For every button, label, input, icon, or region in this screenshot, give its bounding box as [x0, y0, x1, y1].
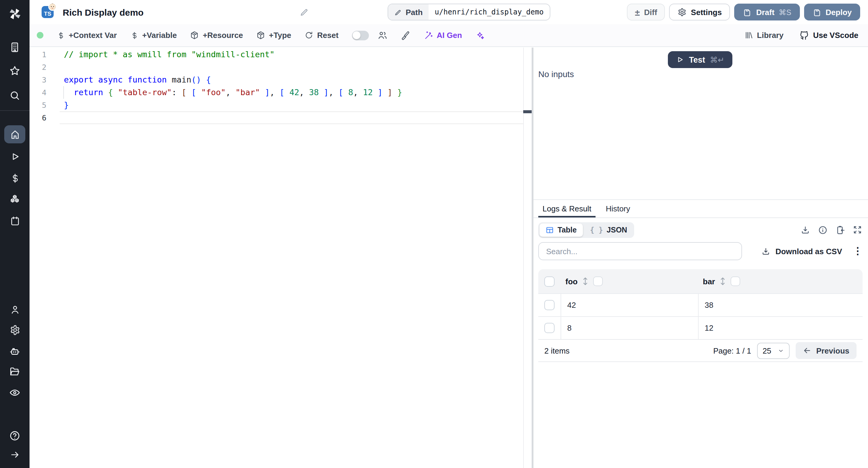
- help-icon[interactable]: [0, 430, 30, 441]
- path-edit-button[interactable]: Path: [388, 4, 429, 20]
- collaboration-users-icon[interactable]: [377, 30, 387, 40]
- sidebar-item-schedules-calendar-icon[interactable]: [0, 215, 30, 227]
- info-icon[interactable]: [818, 225, 828, 235]
- ai-gen-button[interactable]: AI Gen: [424, 30, 462, 40]
- line-number[interactable]: 4: [30, 86, 46, 99]
- sidebar-item-variables-dollar-icon[interactable]: [0, 173, 30, 184]
- search-input[interactable]: [538, 242, 742, 260]
- format-brush-icon[interactable]: [401, 30, 410, 40]
- right-panel: Test ⌘↵ No inputs Logs & Result History …: [533, 47, 868, 468]
- row-checkbox[interactable]: [544, 323, 555, 333]
- code-editor[interactable]: 1// import * as wmill from "windmill-cli…: [30, 47, 532, 468]
- line-number[interactable]: 3: [30, 73, 46, 86]
- refresh-icon: [304, 31, 313, 40]
- github-icon: [799, 30, 809, 40]
- column-toggle-checkbox[interactable]: [731, 276, 740, 286]
- column-header-bar[interactable]: bar: [698, 276, 863, 286]
- code-line[interactable]: [64, 61, 520, 73]
- favorites-star-icon[interactable]: [0, 65, 30, 76]
- result-table: foo bar 4238812 2 items Page: 1 / 1 25: [538, 269, 863, 362]
- draft-shortcut: ⌘S: [779, 7, 792, 16]
- save-icon: [812, 7, 821, 16]
- workspace-building-icon[interactable]: [0, 41, 30, 53]
- search-icon[interactable]: [0, 90, 30, 101]
- line-number[interactable]: 5: [30, 99, 46, 111]
- code-line[interactable]: [64, 111, 520, 124]
- column-label: bar: [703, 277, 715, 286]
- table-icon: [546, 226, 554, 234]
- table-cell: 8: [561, 317, 698, 339]
- previous-page-button[interactable]: Previous: [796, 342, 857, 359]
- edit-title-pencil-icon[interactable]: [300, 7, 309, 17]
- more-options-kebab-icon[interactable]: ⋮: [853, 246, 863, 256]
- play-icon: [676, 56, 684, 64]
- row-checkbox-cell: [538, 317, 561, 339]
- windmill-logo[interactable]: [0, 6, 30, 22]
- add-context-var-button[interactable]: +Context Var: [57, 31, 117, 40]
- clipboard-copy-icon[interactable]: [835, 225, 845, 235]
- view-table-button[interactable]: Table: [539, 224, 583, 237]
- line-number[interactable]: 1: [30, 48, 46, 61]
- baby-emoji-badge: [48, 2, 57, 11]
- settings-button[interactable]: Settings: [669, 4, 730, 21]
- select-all-checkbox[interactable]: [544, 276, 555, 287]
- library-button[interactable]: Library: [744, 31, 784, 40]
- page-title: Rich Display demo: [63, 0, 144, 24]
- code-line[interactable]: return { "table-row": [ [ "foo", "bar" ]…: [64, 86, 520, 99]
- page-indicator: Page: 1 / 1: [713, 346, 751, 355]
- arrow-left-icon: [803, 346, 811, 355]
- tab-history[interactable]: History: [601, 200, 634, 218]
- row-checkbox[interactable]: [544, 300, 555, 310]
- view-json-button[interactable]: { } JSON: [584, 224, 633, 237]
- line-number[interactable]: 6: [30, 111, 46, 124]
- draft-button[interactable]: Draft ⌘S: [735, 4, 800, 21]
- table-cell: 38: [698, 294, 863, 316]
- table-header: foo bar: [538, 269, 863, 293]
- view-toggle: Table { } JSON: [538, 222, 634, 238]
- sidebar-item-runs-play-icon[interactable]: [0, 151, 30, 162]
- sidebar-item-users-user-icon[interactable]: [0, 304, 30, 315]
- magic-wand-icon: [424, 30, 433, 40]
- sort-icon[interactable]: [720, 277, 726, 286]
- sidebar-item-folders-folder-open-icon[interactable]: [0, 366, 30, 377]
- expand-icon[interactable]: [853, 225, 862, 234]
- topbar: TS Rich Display demo Path u/henri/rich_d…: [30, 0, 868, 24]
- no-inputs-label: No inputs: [538, 69, 574, 79]
- add-type-button[interactable]: +Type: [256, 31, 291, 40]
- code-line[interactable]: // import * as wmill from "windmill-clie…: [64, 48, 520, 61]
- reset-button[interactable]: Reset: [304, 31, 338, 40]
- line-number[interactable]: 2: [30, 61, 46, 73]
- deploy-button[interactable]: Deploy: [804, 4, 860, 21]
- sidebar-item-settings-gear-icon[interactable]: [0, 325, 30, 335]
- column-toggle-checkbox[interactable]: [593, 276, 603, 286]
- sidebar-item-audit-eye-icon[interactable]: [0, 387, 30, 398]
- page-size-select[interactable]: 25: [757, 342, 789, 359]
- sparkles-icon[interactable]: [475, 30, 485, 40]
- code-line[interactable]: }: [64, 99, 520, 111]
- download-csv-button[interactable]: Download as CSV: [762, 247, 842, 256]
- chevron-down-icon: [778, 347, 784, 354]
- package-icon: [256, 31, 265, 40]
- test-shortcut: ⌘↵: [710, 55, 724, 64]
- use-vscode-button[interactable]: Use VScode: [799, 30, 858, 40]
- sidebar-item-workers-bot-icon[interactable]: [0, 346, 30, 357]
- expand-sidebar-arrow-icon[interactable]: [0, 449, 30, 460]
- add-resource-button[interactable]: +Resource: [190, 31, 243, 40]
- diff-button[interactable]: ± Diff: [627, 4, 665, 21]
- editor-toolbar: +Context Var +Variable +Resource +Type R…: [30, 24, 868, 47]
- table-controls: Download as CSV ⋮: [538, 242, 863, 260]
- sidebar-item-resources-boxes-icon[interactable]: [0, 194, 30, 205]
- test-button[interactable]: Test ⌘↵: [668, 51, 732, 68]
- tab-logs-result[interactable]: Logs & Result: [538, 200, 595, 218]
- add-variable-button[interactable]: +Variable: [130, 31, 177, 40]
- column-header-foo[interactable]: foo: [561, 276, 698, 286]
- code-line[interactable]: export async function main() {: [64, 73, 520, 86]
- sort-icon[interactable]: [582, 277, 588, 286]
- sidebar-item-home[interactable]: [4, 125, 25, 143]
- diff-mode-toggle[interactable]: [352, 30, 369, 40]
- download-icon[interactable]: [801, 225, 810, 235]
- column-label: foo: [565, 277, 578, 286]
- path-control[interactable]: Path u/henri/rich_display_demo: [388, 4, 550, 21]
- typescript-language-icon: TS: [41, 6, 54, 18]
- download-icon: [762, 247, 771, 256]
